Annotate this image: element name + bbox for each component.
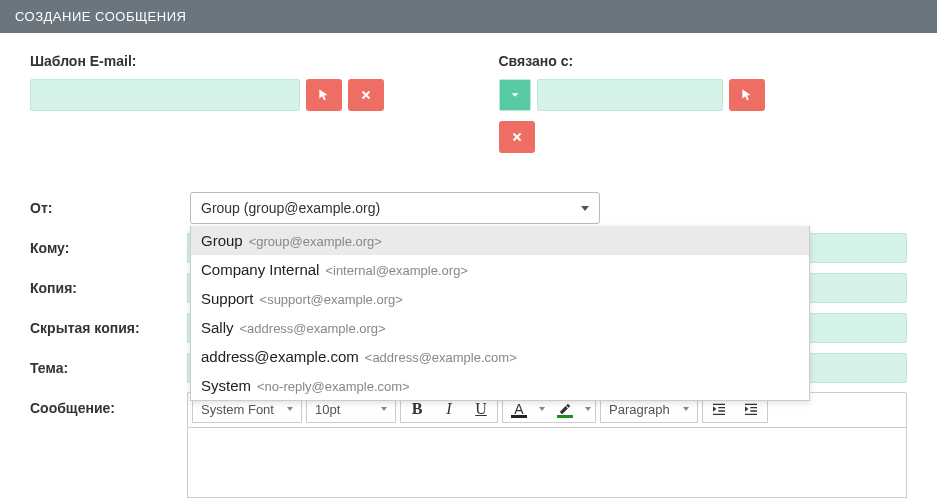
from-option[interactable]: Group<group@example.org> [191,226,809,255]
from-option[interactable]: Support<support@example.org> [191,284,809,313]
from-row: От: Group (group@example.org) Group<grou… [30,188,907,228]
chevron-down-icon [500,80,530,110]
related-value-input[interactable] [537,79,723,111]
from-option[interactable]: address@example.com<address@example.com> [191,342,809,371]
arrow-cursor-icon [317,88,331,102]
close-icon [360,89,372,101]
template-column: Шаблон E-mail: [30,53,439,153]
related-pick-button[interactable] [729,79,765,111]
from-option[interactable]: System<no-reply@example.com> [191,371,809,400]
from-selected-value: Group (group@example.org) [201,200,380,216]
from-option-name: System [201,377,251,394]
from-option-email: <group@example.org> [249,234,382,249]
body-label: Сообщение: [30,392,187,416]
panel-body: Шаблон E-mail: Связано с: [0,33,937,498]
from-option-email: <internal@example.org> [325,263,468,278]
font-size-value: 10pt [315,402,340,417]
chevron-down-icon [683,407,689,411]
from-option-email: <address@example.org> [240,321,386,336]
cc-label: Копия: [30,280,187,296]
font-family-value: System Font [201,402,274,417]
top-row: Шаблон E-mail: Связано с: [30,53,907,153]
compose-panel: СОЗДАНИЕ СООБЩЕНИЯ Шаблон E-mail: Связан… [0,0,937,498]
from-option-name: Sally [201,319,234,336]
from-option-name: Company Internal [201,261,319,278]
template-pick-button[interactable] [306,79,342,111]
editor-body[interactable] [187,428,907,498]
template-clear-button[interactable] [348,79,384,111]
template-label: Шаблон E-mail: [30,53,439,69]
from-option[interactable]: Sally<address@example.org> [191,313,809,342]
chevron-down-icon [381,407,387,411]
template-input[interactable] [30,79,300,111]
from-option[interactable]: Company Internal<internal@example.org> [191,255,809,284]
related-clear-button[interactable] [499,121,535,153]
from-option-name: Support [201,290,254,307]
from-option-email: <no-reply@example.com> [257,379,410,394]
from-option-email: <support@example.org> [260,292,403,307]
to-label: Кому: [30,240,187,256]
from-option-name: Group [201,232,243,249]
bcc-label: Скрытая копия: [30,320,187,336]
related-column: Связано с: [499,53,908,153]
indent-icon [743,401,759,417]
related-label: Связано с: [499,53,908,69]
from-dropdown: Group<group@example.org>Company Internal… [190,226,810,401]
form-rows: От: Group (group@example.org) Group<grou… [30,188,907,498]
arrow-cursor-icon [740,88,754,102]
from-label: От: [30,200,190,216]
panel-title: СОЗДАНИЕ СООБЩЕНИЯ [0,0,937,33]
body-row: Сообщение: System Font 10pt B I U [30,392,907,498]
subject-label: Тема: [30,360,187,376]
related-type-select[interactable] [499,79,531,111]
marker-icon [558,402,572,416]
from-option-email: <address@example.com> [365,350,517,365]
outdent-icon [711,401,727,417]
paragraph-value: Paragraph [609,402,670,417]
chevron-down-icon [581,206,589,211]
from-option-name: address@example.com [201,348,359,365]
from-select[interactable]: Group (group@example.org) [190,192,600,224]
close-icon [511,131,523,143]
chevron-down-icon [287,407,293,411]
